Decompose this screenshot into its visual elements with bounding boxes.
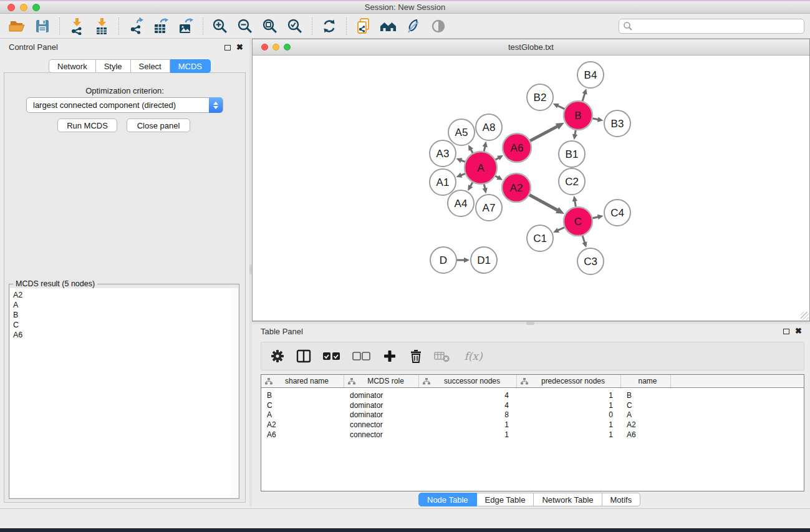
table-cell[interactable]: 1	[517, 391, 621, 400]
tab-network-table[interactable]: Network Table	[534, 493, 602, 506]
graph-node-A[interactable]: A	[465, 152, 497, 184]
column-header-mcds-role[interactable]: MCDS role	[344, 375, 419, 387]
dropdown-stepper[interactable]	[209, 97, 223, 113]
tab-edge-table[interactable]: Edge Table	[477, 493, 534, 506]
refresh-view-button[interactable]	[317, 16, 342, 37]
table-cell[interactable]: A2	[261, 420, 344, 429]
mcds-result-item[interactable]: A	[10, 300, 230, 310]
table-cell[interactable]: 1	[517, 420, 621, 429]
table-cell[interactable]: 1	[517, 401, 621, 410]
mcds-result-item[interactable]: A2	[10, 290, 230, 300]
graph-node-A4[interactable]: A4	[448, 190, 474, 216]
table-cell[interactable]: 1	[419, 420, 517, 429]
table-cell[interactable]: C	[261, 401, 344, 410]
table-cell[interactable]: 0	[517, 410, 621, 419]
network-minimize-button[interactable]	[272, 44, 279, 51]
mcds-result-item[interactable]: A6	[10, 330, 230, 340]
tab-style[interactable]: Style	[96, 59, 131, 73]
graph-node-C2[interactable]: C2	[559, 168, 585, 195]
table-row[interactable]: A2connector11A2	[261, 420, 804, 430]
export-table-button[interactable]	[148, 16, 173, 37]
column-header-predecessor-nodes[interactable]: predecessor nodes	[517, 375, 621, 387]
graph-node-D1[interactable]: D1	[471, 247, 497, 273]
resize-grip[interactable]	[801, 312, 809, 320]
zoom-fit-button[interactable]	[258, 16, 282, 37]
float-panel-icon[interactable]	[224, 45, 231, 51]
zoom-in-button[interactable]	[208, 16, 233, 37]
table-cell[interactable]: B	[261, 391, 344, 400]
zoom-selected-button[interactable]	[282, 16, 307, 37]
table-row[interactable]: A6connector11A6	[261, 430, 804, 440]
graph-node-A1[interactable]: A1	[430, 169, 456, 195]
close-panel-button[interactable]: Close panel	[127, 118, 190, 132]
graph-node-A2[interactable]: A2	[502, 173, 531, 202]
run-mcds-button[interactable]: Run MCDS	[57, 118, 117, 132]
function-builder-button[interactable]: f(x)	[460, 347, 487, 365]
minimize-window-button[interactable]	[20, 4, 27, 11]
network-close-button[interactable]	[261, 44, 268, 51]
delete-table-button[interactable]	[433, 347, 451, 365]
close-panel-icon[interactable]: ✖	[236, 44, 243, 51]
show-hide-button[interactable]	[426, 16, 451, 37]
table-cell[interactable]: C	[621, 401, 671, 410]
graph-node-D[interactable]: D	[430, 247, 456, 273]
graph-node-B2[interactable]: B2	[527, 84, 553, 110]
zoom-out-button[interactable]	[233, 16, 258, 37]
export-image-button[interactable]	[173, 16, 198, 37]
table-cell[interactable]: A2	[621, 420, 671, 429]
graph-node-C4[interactable]: C4	[604, 200, 630, 226]
table-row[interactable]: Cdominator41C	[261, 400, 804, 410]
title-bar[interactable]: Session: New Session	[0, 0, 810, 14]
column-view-button[interactable]	[295, 347, 312, 365]
tab-node-table[interactable]: Node Table	[418, 493, 477, 506]
graph-node-B3[interactable]: B3	[604, 110, 630, 137]
table-cell[interactable]: connector	[344, 420, 419, 429]
column-header-shared-name[interactable]: shared name	[261, 375, 344, 387]
graph-node-B[interactable]: B	[564, 101, 592, 130]
table-cell[interactable]: dominator	[344, 410, 419, 419]
mcds-result-scrollbar[interactable]	[230, 288, 238, 498]
graph-node-A8[interactable]: A8	[476, 114, 502, 140]
table-row[interactable]: Bdominator41B	[261, 390, 804, 400]
home-layouts-button[interactable]	[376, 16, 401, 37]
graph-node-A6[interactable]: A6	[503, 133, 531, 162]
graph-node-B1[interactable]: B1	[559, 141, 585, 167]
network-graph[interactable]: AA1A2A3A4A5A6A7A8BB1B2B3B4CC1C2C3C4DD1	[253, 56, 809, 321]
table-cell[interactable]: dominator	[344, 391, 419, 400]
optimization-criterion-dropdown[interactable]: largest connected component (directed)	[26, 97, 223, 113]
table-row[interactable]: Adominator80A	[261, 410, 804, 420]
table-cell[interactable]: 4	[419, 401, 517, 410]
close-panel-icon[interactable]: ✖	[795, 328, 802, 334]
graph-node-C[interactable]: C	[564, 207, 592, 236]
table-cell[interactable]: 1	[419, 430, 517, 439]
network-window-titlebar[interactable]: testGlobe.txt	[253, 39, 809, 56]
table-cell[interactable]: A	[261, 410, 344, 419]
paint-style-button[interactable]	[401, 16, 426, 37]
column-header-successor-nodes[interactable]: successor nodes	[419, 375, 517, 387]
graph-node-B4[interactable]: B4	[577, 62, 604, 88]
table-cell[interactable]: dominator	[344, 401, 419, 410]
network-window-controls[interactable]	[261, 44, 291, 51]
close-window-button[interactable]	[7, 4, 15, 11]
table-cell[interactable]: 4	[419, 391, 517, 400]
table-cell[interactable]: B	[621, 391, 671, 400]
table-cell[interactable]: 1	[517, 430, 621, 439]
deselect-all-button[interactable]	[351, 347, 372, 365]
zoom-window-button[interactable]	[32, 4, 40, 11]
delete-column-button[interactable]	[407, 347, 425, 365]
table-settings-button[interactable]	[269, 347, 286, 365]
table-cell[interactable]: connector	[344, 430, 419, 439]
save-session-button[interactable]	[30, 16, 55, 37]
window-controls[interactable]	[7, 4, 40, 11]
network-zoom-button[interactable]	[284, 44, 291, 51]
table-cell[interactable]: 8	[419, 410, 517, 419]
graph-node-A3[interactable]: A3	[430, 140, 456, 167]
import-network-button[interactable]	[64, 16, 89, 37]
open-session-button[interactable]	[5, 16, 30, 37]
select-all-button[interactable]	[321, 347, 342, 365]
table-cell[interactable]: A6	[261, 430, 344, 439]
network-canvas[interactable]: AA1A2A3A4A5A6A7A8BB1B2B3B4CC1C2C3C4DD1	[253, 56, 809, 321]
mcds-result-item[interactable]: B	[10, 310, 230, 320]
add-column-button[interactable]	[381, 347, 398, 365]
node-table-body[interactable]: Bdominator41BCdominator41CAdominator80AA…	[261, 388, 804, 440]
